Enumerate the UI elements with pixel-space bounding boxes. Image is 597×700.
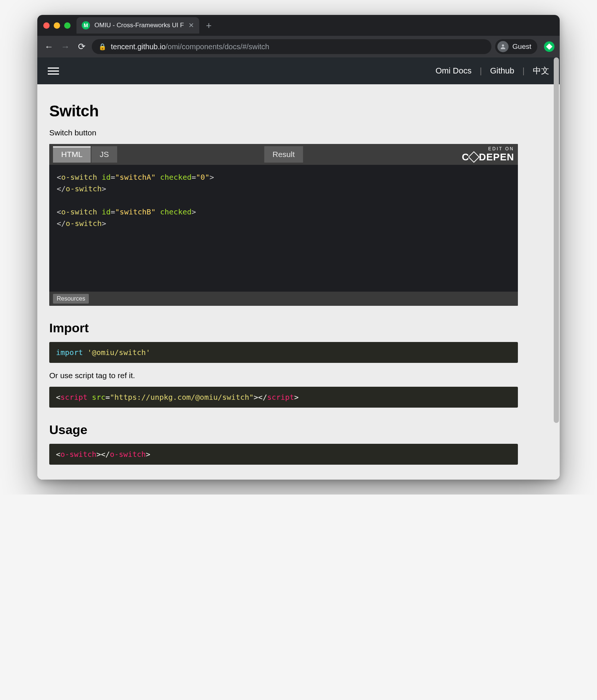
browser-window: M OMIU - Cross-Frameworks UI F ✕ + ← → ⟳…	[37, 15, 560, 480]
tab-favicon: M	[82, 21, 90, 29]
url-host: tencent.github.io	[111, 43, 166, 51]
back-button[interactable]: ←	[43, 41, 55, 52]
codepen-cube-icon	[470, 153, 478, 161]
browser-toolbar: ← → ⟳ 🔒 tencent.github.io/omi/components…	[37, 36, 560, 57]
close-tab-icon[interactable]: ✕	[188, 21, 194, 29]
usage-heading: Usage	[49, 423, 518, 437]
nav-link-github[interactable]: Github	[490, 66, 514, 76]
codepen-bottombar: Resources	[49, 292, 518, 306]
minimize-window-button[interactable]	[54, 22, 60, 29]
codepen-edit-link[interactable]: EDIT ON CDEPEN	[462, 146, 514, 163]
window-controls	[43, 22, 71, 29]
codepen-resources-button[interactable]: Resources	[53, 294, 89, 304]
maximize-window-button[interactable]	[64, 22, 71, 29]
reload-button[interactable]: ⟳	[75, 41, 88, 52]
avatar-icon	[497, 41, 509, 52]
codepen-code-area[interactable]: <o-switch id="switchA" checked="0"> </o-…	[49, 165, 518, 292]
lock-icon: 🔒	[99, 43, 106, 51]
browser-tabstrip: M OMIU - Cross-Frameworks UI F ✕ +	[37, 15, 560, 36]
new-tab-button[interactable]: +	[206, 20, 212, 31]
codepen-logo: CDEPEN	[462, 151, 514, 163]
forward-button[interactable]: →	[59, 41, 72, 52]
nav-separator: |	[522, 66, 525, 76]
extension-icon	[546, 44, 553, 50]
nav-link-omi-docs[interactable]: Omi Docs	[435, 66, 472, 76]
tab-title: OMIU - Cross-Frameworks UI F	[94, 22, 184, 29]
codepen-edit-label: EDIT ON	[462, 146, 514, 151]
site-appbar: Omi Docs | Github | 中文	[37, 57, 560, 84]
or-text: Or use script tag to ref it.	[49, 371, 518, 380]
codepen-tabbar: HTML JS Result EDIT ON CDEPEN	[49, 144, 518, 165]
menu-icon[interactable]	[48, 68, 59, 75]
close-window-button[interactable]	[43, 22, 50, 29]
codepen-tab-js[interactable]: JS	[91, 146, 117, 163]
nav-separator: |	[480, 66, 482, 76]
appbar-nav: Omi Docs | Github | 中文	[435, 65, 549, 76]
codepen-tab-html[interactable]: HTML	[53, 146, 91, 163]
code-script-tag[interactable]: <script src="https://unpkg.com/@omiu/swi…	[49, 387, 518, 408]
codepen-embed: HTML JS Result EDIT ON CDEPEN <o-switch …	[49, 144, 518, 306]
profile-label: Guest	[512, 43, 531, 51]
nav-link-chinese[interactable]: 中文	[533, 65, 549, 76]
profile-button[interactable]: Guest	[495, 39, 537, 54]
code-import[interactable]: import '@omiu/switch'	[49, 342, 518, 363]
page-viewport: Omi Docs | Github | 中文 Switch Switch but…	[37, 57, 560, 480]
codepen-tab-result[interactable]: Result	[264, 146, 303, 163]
address-bar[interactable]: 🔒 tencent.github.io/omi/components/docs/…	[92, 39, 491, 54]
code-usage[interactable]: <o-switch></o-switch>	[49, 444, 518, 465]
vertical-scrollbar[interactable]	[554, 57, 559, 423]
browser-tab[interactable]: M OMIU - Cross-Frameworks UI F ✕	[76, 17, 199, 34]
page-subtitle: Switch button	[49, 128, 518, 137]
import-heading: Import	[49, 321, 518, 335]
page-title: Switch	[49, 102, 518, 120]
page-content: Switch Switch button HTML JS Result EDIT…	[37, 84, 530, 480]
url-path: /omi/components/docs/#/switch	[166, 43, 269, 51]
svg-point-0	[502, 44, 504, 47]
extension-button[interactable]	[544, 41, 554, 52]
